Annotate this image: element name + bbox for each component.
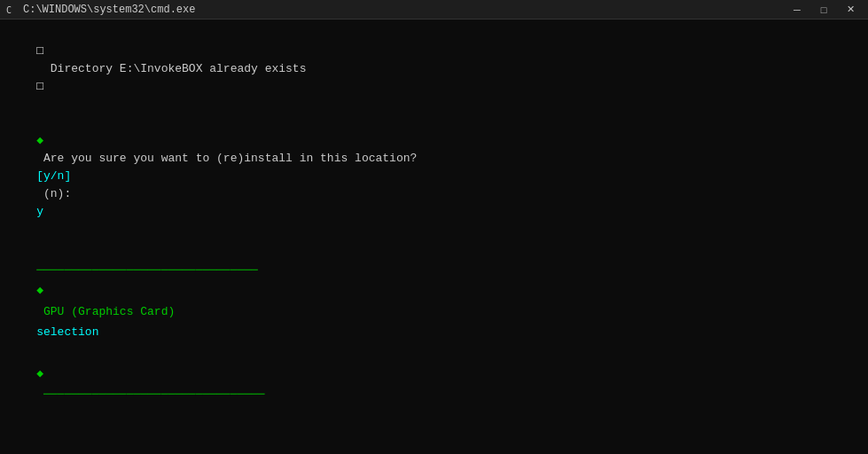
terminal-body: □ Directory E:\InvokeBOX already exists … [0, 20, 868, 454]
titlebar: C C:\WINDOWS\system32\cmd.exe ─ □ ✕ [0, 0, 868, 20]
directory-text: Directory E:\InvokeBOX already exists [36, 62, 320, 75]
diamond-icon-1: ◆ [36, 134, 51, 147]
gpu-section-title: GPU (Graphics Card) [36, 305, 182, 318]
separator-line-1: ──────────────────────────────── [36, 263, 264, 277]
directory-line: □ Directory E:\InvokeBOX already exists … [9, 25, 859, 114]
diamond-icon-2: ◆ [36, 284, 51, 297]
diamond-icon-3: ◆ [36, 367, 43, 380]
yn-prompt: [y/n] [36, 169, 71, 183]
checkbox-right: □ [36, 80, 43, 93]
blank-line-1 [9, 426, 859, 443]
user-input-y: y [36, 205, 43, 218]
checkbox-left: □ [36, 44, 43, 58]
cmd-icon: C [5, 4, 18, 16]
titlebar-left: C C:\WINDOWS\system32\cmd.exe [5, 4, 195, 16]
svg-text:C: C [6, 5, 12, 15]
maximize-button[interactable]: □ [811, 2, 836, 18]
titlebar-title: C:\WINDOWS\system32\cmd.exe [23, 4, 195, 16]
gpu-section-separator: ──────────────────────────────── ◆ GPU (… [9, 239, 859, 427]
minimize-button[interactable]: ─ [785, 2, 809, 18]
confirm-text: Are you sure you want to (re)install in … [36, 152, 424, 165]
confirm-line: ◆ Are you sure you want to (re)install i… [9, 114, 859, 239]
default-n: (n): [36, 187, 78, 200]
selection-text: selection [36, 325, 98, 339]
separator-line-2: ──────────────────────────────── [36, 387, 264, 401]
detected-platform-line: Detected the Windows-AMD64 platform [9, 443, 859, 454]
close-button[interactable]: ✕ [838, 2, 863, 18]
titlebar-controls: ─ □ ✕ [785, 2, 863, 18]
gpu-section-space [36, 347, 43, 360]
